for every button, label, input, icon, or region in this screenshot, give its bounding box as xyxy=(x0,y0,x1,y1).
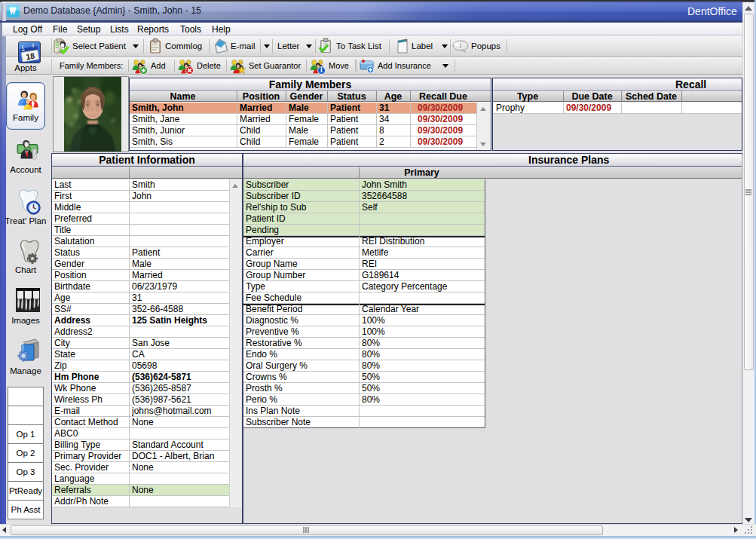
svg-text:18: 18 xyxy=(25,51,35,62)
